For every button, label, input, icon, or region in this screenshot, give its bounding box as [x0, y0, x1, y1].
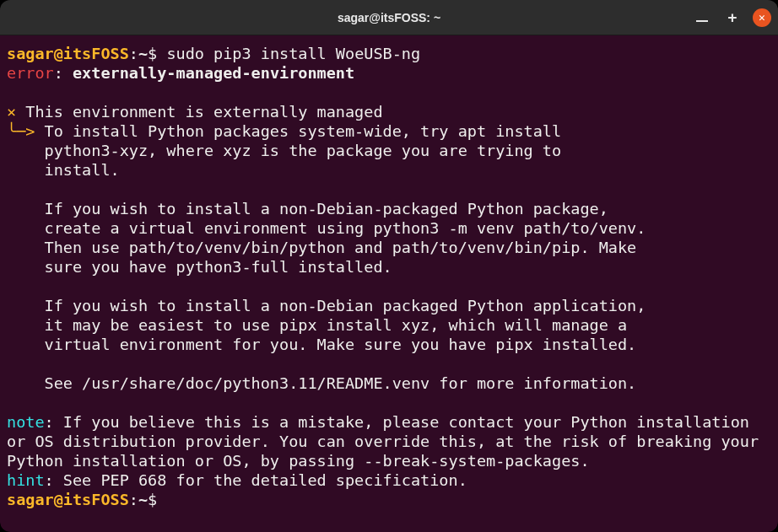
titlebar: sagar@itsFOSS: ~ + ✕ [0, 0, 778, 35]
prompt-at: @ [54, 491, 63, 508]
prompt-dollar: $ [148, 491, 166, 508]
prompt-user: sagar [7, 45, 54, 62]
prompt-at: @ [54, 45, 63, 62]
body-line: See /usr/share/doc/python3.11/README.ven… [7, 374, 636, 392]
error-label: error [7, 64, 54, 82]
body-line [7, 277, 45, 295]
body-line: create a virtual environment using pytho… [7, 219, 646, 237]
arrow-icon: ╰─> [7, 122, 35, 140]
maximize-button[interactable]: + [722, 8, 743, 28]
window-controls: + ✕ [692, 8, 771, 28]
minimize-button[interactable] [692, 8, 712, 28]
body-line [7, 180, 45, 198]
cross-icon: × [7, 103, 16, 121]
body-line: it may be easiest to use pipx install xy… [7, 316, 627, 334]
prompt-host: itsFOSS [63, 45, 129, 62]
close-button[interactable]: ✕ [753, 8, 771, 27]
terminal-window: sagar@itsFOSS: ~ + ✕ sagar@itsFOSS:~$ su… [0, 0, 778, 532]
prompt-dollar: $ [148, 45, 166, 62]
prompt-host: itsFOSS [63, 491, 129, 508]
command-text: sudo pip3 install WoeUSB-ng [166, 45, 420, 62]
hint-label: hint [7, 471, 45, 489]
body-line: sure you have python3-full installed. [7, 258, 392, 276]
error-sep: : [54, 64, 73, 82]
error-heading: This environment is externally managed [16, 103, 382, 121]
close-icon: ✕ [759, 12, 765, 23]
body-line: If you wish to install a non-Debian pack… [7, 297, 646, 314]
prompt-path: ~ [138, 45, 148, 62]
hint-sep: : [45, 471, 63, 489]
plus-icon: + [728, 10, 737, 25]
prompt-colon: : [129, 491, 138, 508]
prompt-path: ~ [138, 491, 148, 508]
body-line: Then use path/to/venv/bin/python and pat… [7, 239, 636, 256]
body-line: To install Python packages system-wide, … [35, 122, 561, 140]
body-line: virtual environment for you. Make sure y… [7, 336, 636, 353]
body-line: If you wish to install a non-Debian-pack… [7, 200, 608, 218]
hint-text: See PEP 668 for the detailed specificati… [63, 471, 467, 489]
prompt-colon: : [129, 45, 138, 62]
note-text: If you believe this is a mistake, please… [7, 413, 768, 470]
terminal-content[interactable]: sagar@itsFOSS:~$ sudo pip3 install WoeUS… [0, 35, 778, 532]
note-label: note [7, 413, 45, 431]
window-title: sagar@itsFOSS: ~ [338, 11, 440, 24]
body-line: python3-xyz, where xyz is the package yo… [7, 142, 561, 159]
prompt-user: sagar [7, 491, 54, 508]
body-line [7, 355, 45, 373]
note-sep: : [45, 413, 63, 431]
minimize-icon [696, 20, 708, 22]
error-message: externally-managed-environment [73, 64, 354, 82]
body-line: install. [7, 161, 120, 179]
